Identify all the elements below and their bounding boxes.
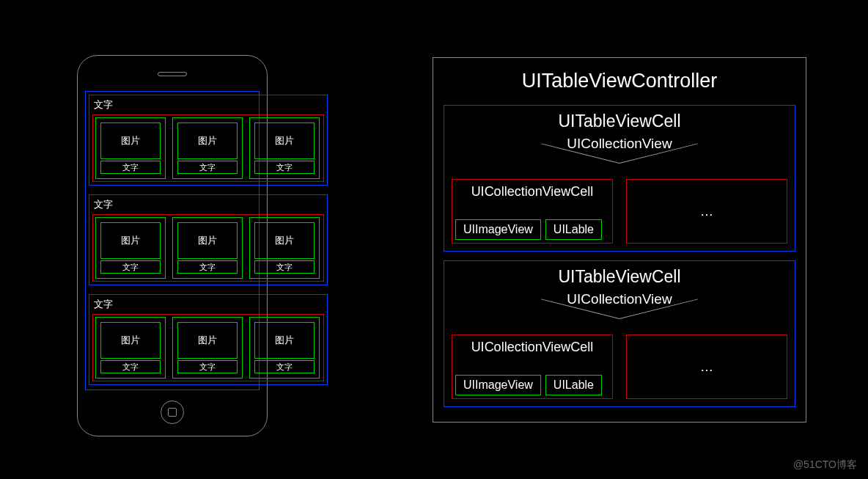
- text-label: 文字: [254, 161, 315, 174]
- text-label: 文字: [100, 360, 161, 373]
- subview-row: UIImageView UILable: [455, 219, 609, 240]
- collection-cell: 图片 文字: [172, 317, 243, 379]
- text-label: 文字: [177, 161, 238, 174]
- uilabel-box: UILable: [545, 219, 602, 240]
- collection-view-cell-box: UICollectionViewCell UIImageView UILable: [452, 334, 613, 399]
- tableview-cell-label: UITableViewCell: [444, 111, 795, 131]
- tableview-cell: 文字 图片 文字 图片 文字 图片 文字: [89, 95, 328, 186]
- collection-view: 图片 文字 图片 文字 图片 文字: [92, 114, 324, 182]
- tableview-cell-box: UITableViewCell UICollectionView UIColle…: [444, 260, 795, 407]
- collection-cell: 图片 文字: [95, 117, 166, 179]
- image-placeholder: 图片: [177, 123, 238, 159]
- collection-view: 图片 文字 图片 文字 图片 文字: [92, 314, 324, 381]
- image-placeholder: 图片: [100, 222, 161, 259]
- tableview-cell: 文字 图片 文字 图片 文字 图片 文字: [89, 194, 328, 285]
- collection-cell: 图片 文字: [95, 317, 166, 379]
- collection-cell: 图片 文字: [249, 317, 320, 379]
- image-placeholder: 图片: [100, 322, 161, 359]
- branch-lines-icon: [539, 318, 700, 333]
- collection-view-cell-box: UICollectionViewCell UIImageView UILable: [452, 179, 613, 244]
- collection-cell: 图片 文字: [249, 117, 320, 179]
- collection-view-cell-label: UICollectionViewCell: [452, 184, 612, 200]
- branch-lines-icon: [539, 163, 700, 178]
- collection-cell: 图片 文字: [172, 217, 243, 279]
- collection-cell: 图片 文字: [95, 217, 166, 279]
- image-placeholder: 图片: [254, 123, 315, 159]
- uiimageview-box: UIImageView: [455, 219, 541, 240]
- uiimageview-box: UIImageView: [455, 375, 541, 395]
- text-label: 文字: [100, 161, 161, 174]
- collection-view-label: UICollectionView: [444, 136, 795, 152]
- uilabel-box: UILable: [545, 375, 602, 395]
- text-label: 文字: [177, 260, 238, 274]
- text-label: 文字: [177, 360, 238, 373]
- class-hierarchy-panel: UITableViewController UITableViewCell UI…: [433, 57, 806, 423]
- collection-cell: 图片 文字: [172, 117, 243, 179]
- controller-title: UITableViewController: [433, 70, 806, 92]
- subview-row: UIImageView UILable: [455, 375, 609, 395]
- phone-frame: 文字 图片 文字 图片 文字 图片 文字 文字 图: [77, 55, 268, 436]
- tableview-cell: 文字 图片 文字 图片 文字 图片 文字: [89, 294, 328, 385]
- uitableview-screen: 文字 图片 文字 图片 文字 图片 文字 文字 图: [85, 91, 260, 390]
- collection-view-label: UICollectionView: [444, 291, 795, 307]
- section-title: 文字: [94, 298, 113, 311]
- image-placeholder: 图片: [177, 322, 238, 359]
- tableview-cell-label: UITableViewCell: [444, 267, 795, 287]
- section-title: 文字: [94, 198, 113, 211]
- tableview-cell-box: UITableViewCell UICollectionView UIColle…: [444, 105, 795, 252]
- image-placeholder: 图片: [177, 222, 238, 259]
- home-button-icon: [161, 401, 184, 424]
- text-label: 文字: [254, 260, 315, 274]
- collection-view-cell-label: UICollectionViewCell: [452, 340, 612, 355]
- collection-view: 图片 文字 图片 文字 图片 文字: [92, 214, 324, 282]
- watermark: @51CTO博客: [793, 458, 857, 472]
- section-title: 文字: [94, 98, 113, 111]
- ellipsis-cell-box: …: [626, 179, 787, 244]
- image-placeholder: 图片: [254, 222, 315, 259]
- image-placeholder: 图片: [254, 322, 315, 359]
- ellipsis-cell-box: …: [626, 334, 787, 399]
- text-label: 文字: [100, 260, 161, 274]
- image-placeholder: 图片: [100, 123, 161, 159]
- text-label: 文字: [254, 360, 315, 373]
- collection-cell: 图片 文字: [249, 217, 320, 279]
- speaker-icon: [158, 72, 187, 76]
